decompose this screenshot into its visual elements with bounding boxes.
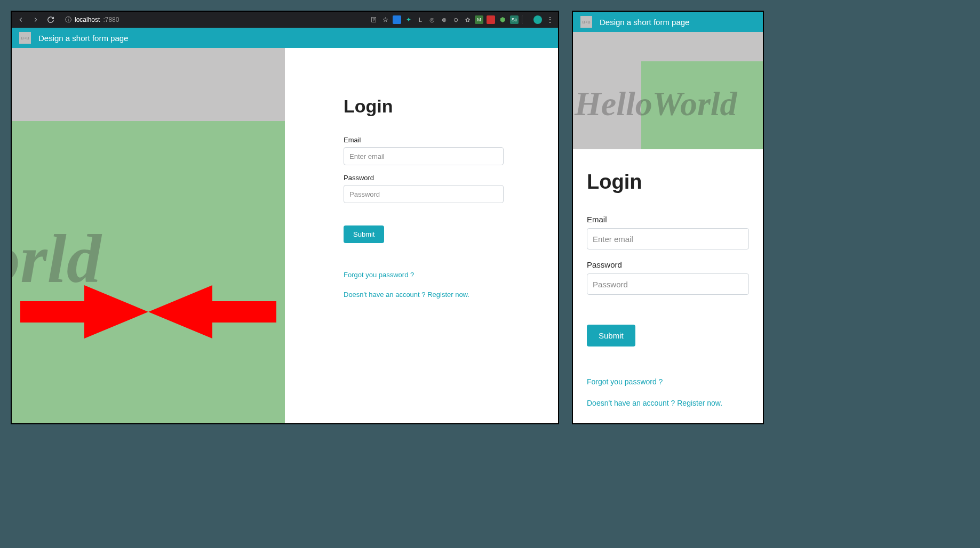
app-header: B+B Design a short form page [573,12,763,32]
browser-window-mobile: B+B Design a short form page HelloWorld … [572,11,764,424]
extension-icon[interactable]: ◎ [428,15,436,24]
browser-window-desktop: ⓘ localhost:7880 🈂 ☆ ✦ L ◎ ⊚ ⊙ ✿ M ⬢ Sc … [11,11,559,424]
extension-icon[interactable]: ⬢ [498,15,507,24]
password-label: Password [344,174,526,182]
hero-panel: oWorld [12,48,285,423]
register-link[interactable]: Doesn't have an account ? Register now. [587,399,749,407]
bookmark-icon[interactable]: ☆ [381,15,389,24]
email-label: Email [344,136,526,144]
divider [522,15,530,24]
browser-chrome-bar: ⓘ localhost:7880 🈂 ☆ ✦ L ◎ ⊚ ⊙ ✿ M ⬢ Sc … [12,12,558,28]
extension-icon[interactable]: M [475,15,483,24]
url-path: :7880 [103,16,119,23]
form-title: Login [344,96,526,117]
url-bar[interactable]: ⓘ localhost:7880 [60,14,124,26]
extension-icon[interactable] [487,15,495,24]
password-label: Password [587,260,749,269]
url-host: localhost [75,16,100,23]
email-input[interactable] [587,228,749,249]
app-logo-icon: B+B [580,16,592,28]
register-link[interactable]: Doesn't have an account ? Register now. [344,291,526,299]
app-logo-icon: B+B [19,32,31,44]
site-info-icon[interactable]: ⓘ [65,15,71,25]
app-title: Design a short form page [38,34,128,43]
submit-button[interactable]: Submit [344,225,384,243]
hero-text: oWorld [12,219,101,299]
extension-icon[interactable]: ⊚ [440,15,448,24]
login-form-panel: Login Email Password Submit Forgot you p… [573,149,763,423]
browser-menu-icon[interactable]: ⋮ [545,15,555,24]
submit-button[interactable]: Submit [587,325,635,346]
extension-icon[interactable]: ✦ [404,15,413,24]
app-header: B+B Design a short form page [12,28,558,48]
back-button[interactable] [15,14,27,26]
forward-button[interactable] [30,14,42,26]
password-input[interactable] [344,185,504,203]
login-form-panel: Login Email Password Submit Forgot you p… [285,48,558,423]
form-title: Login [587,171,749,194]
extension-icon[interactable]: ✿ [463,15,472,24]
translate-icon[interactable]: 🈂 [369,15,378,24]
app-body: HelloWorld Login Email Password Submit F… [573,32,763,423]
profile-avatar-icon[interactable] [533,15,542,24]
email-label: Email [587,215,749,224]
forgot-password-link[interactable]: Forgot you password ? [344,271,526,279]
app-body: oWorld Login Email Password Submit Forgo… [12,48,558,423]
forgot-password-link[interactable]: Forgot you password ? [587,377,749,386]
hero-panel: HelloWorld [573,32,763,149]
extension-icon[interactable]: ⊙ [451,15,460,24]
extension-icon[interactable]: Sc [510,15,519,24]
app-title: Design a short form page [600,18,689,27]
hero-text: HelloWorld [575,84,737,124]
extension-icon[interactable] [393,15,401,24]
email-input[interactable] [344,147,504,165]
password-input[interactable] [587,273,749,295]
extension-icon[interactable]: L [416,15,425,24]
reload-button[interactable] [45,14,57,26]
